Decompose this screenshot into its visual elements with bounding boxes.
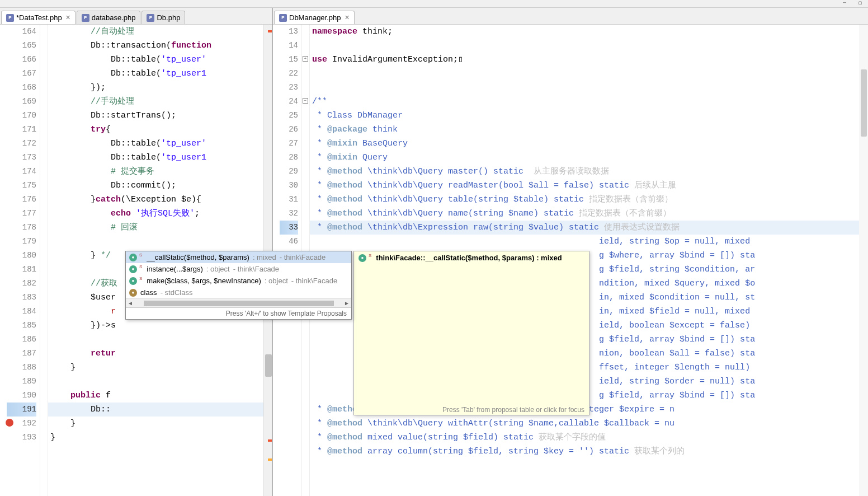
window-controls: ─ ▢ — [839, 0, 866, 6]
warning-marker[interactable] — [268, 458, 272, 461]
vertical-scrollbar[interactable] — [859, 25, 868, 496]
proposal-source: - think\Facade — [291, 277, 337, 285]
proposal-source: - think\Facade — [280, 253, 326, 261]
proposal-source: - stdClass — [161, 288, 193, 297]
class-icon: ● — [129, 289, 137, 297]
close-icon[interactable]: ✕ — [345, 14, 350, 21]
tab-db[interactable]: P Db.php — [141, 11, 185, 24]
doc-hint: Press 'Tab' from proposal table or click… — [442, 406, 584, 414]
autocomplete-item[interactable]: ●S__callStatic($method, $params) : mixed… — [126, 251, 351, 263]
php-icon: P — [6, 14, 14, 22]
error-marker[interactable] — [268, 30, 272, 32]
proposal-type: : object — [206, 265, 230, 273]
doc-title: think\Facade::__callStatic($method, $par… — [376, 254, 562, 262]
method-icon: ● — [129, 265, 137, 273]
proposal-name: class — [140, 288, 157, 297]
scroll-left-icon[interactable]: ◄ — [127, 300, 134, 307]
autocomplete-item[interactable]: ●class - stdClass — [126, 287, 351, 298]
doc-header: ●S think\Facade::__callStatic($method, $… — [354, 251, 589, 264]
horizontal-scrollbar[interactable]: ◄ ► — [126, 298, 351, 307]
folding-column[interactable] — [40, 25, 48, 496]
fold-toggle-icon[interactable]: + — [303, 56, 308, 62]
php-icon: P — [82, 14, 89, 22]
php-icon: P — [147, 14, 154, 22]
right-tab-bar: P DbManager.php ✕ — [273, 8, 868, 25]
maximize-button[interactable]: ▢ — [855, 0, 866, 6]
proposal-type: : mixed — [253, 253, 276, 261]
left-ruler — [0, 25, 7, 496]
method-icon: ● — [129, 254, 137, 261]
scroll-right-icon[interactable]: ► — [343, 300, 350, 307]
close-icon[interactable]: ✕ — [65, 14, 70, 21]
left-tab-bar: P *DataTest.php ✕ P database.php P Db.ph… — [0, 8, 272, 25]
autocomplete-item[interactable]: ●Sinstance(...$args) : object - think\Fa… — [126, 263, 351, 275]
tab-label: DbManager.php — [289, 13, 341, 22]
tab-label: *DataTest.php — [16, 13, 62, 22]
php-icon: P — [279, 14, 287, 22]
tab-datatest[interactable]: P *DataTest.php ✕ — [1, 11, 76, 24]
error-marker[interactable] — [268, 439, 272, 442]
documentation-popup[interactable]: ●S think\Facade::__callStatic($method, $… — [353, 251, 589, 415]
line-number-gutter: 1641651661671681691701711721731741751761… — [7, 25, 40, 496]
fold-toggle-icon[interactable]: − — [303, 98, 308, 104]
proposal-name: make($class, $args, $newInstance) — [147, 277, 261, 285]
tab-label: database.php — [92, 13, 136, 22]
method-icon: ● — [129, 277, 137, 285]
autocomplete-item[interactable]: ●Smake($class, $args, $newInstance) : ob… — [126, 275, 351, 287]
method-icon: ● — [358, 254, 366, 262]
scroll-thumb[interactable] — [144, 301, 334, 306]
tab-label: Db.php — [157, 13, 180, 22]
proposal-type: : object — [265, 277, 288, 285]
autocomplete-popup[interactable]: ●S__callStatic($method, $params) : mixed… — [125, 251, 352, 320]
tab-dbmanager[interactable]: P DbManager.php ✕ — [274, 11, 355, 24]
autocomplete-list[interactable]: ●S__callStatic($method, $params) : mixed… — [126, 251, 351, 298]
scroll-thumb[interactable] — [861, 69, 867, 137]
proposal-name: __callStatic($method, $params) — [147, 253, 249, 261]
tab-database[interactable]: P database.php — [77, 11, 141, 24]
proposal-source: - think\Facade — [233, 265, 279, 273]
top-toolbar: ─ ▢ — [0, 0, 868, 8]
autocomplete-hint: Press 'Alt+/' to show Template Proposals — [126, 307, 351, 319]
proposal-name: instance(...$args) — [147, 265, 202, 273]
minimize-button[interactable]: ─ — [839, 0, 850, 6]
